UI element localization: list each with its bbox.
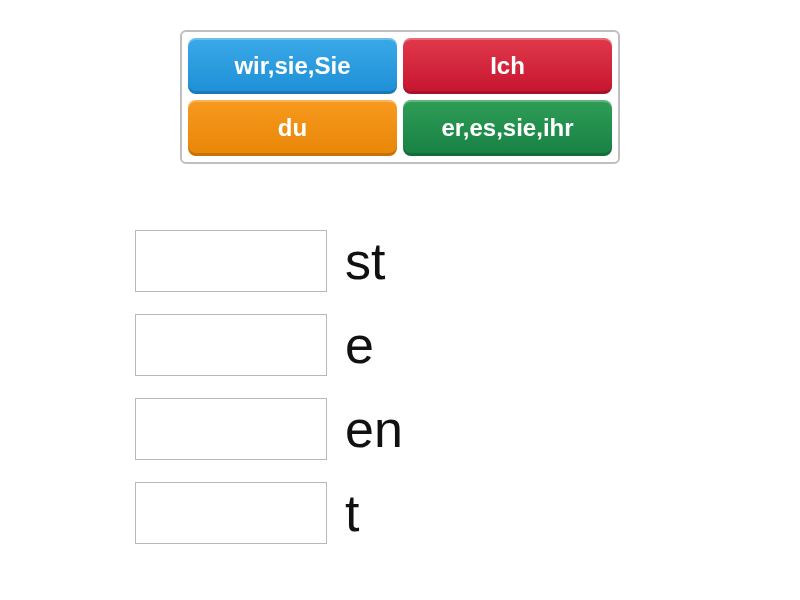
ending-label: st bbox=[345, 235, 385, 287]
drop-slot-e[interactable] bbox=[135, 314, 327, 376]
exercise-stage: wir,sie,Sie Ich du er,es,sie,ihr st e en… bbox=[0, 0, 800, 600]
tile-wir-sie-Sie[interactable]: wir,sie,Sie bbox=[188, 38, 397, 94]
tile-tray: wir,sie,Sie Ich du er,es,sie,ihr bbox=[180, 30, 620, 164]
tile-du[interactable]: du bbox=[188, 100, 397, 156]
tile-ich[interactable]: Ich bbox=[403, 38, 612, 94]
answer-row: t bbox=[135, 482, 403, 544]
drop-slot-en[interactable] bbox=[135, 398, 327, 460]
tile-er-es-sie-ihr[interactable]: er,es,sie,ihr bbox=[403, 100, 612, 156]
answer-row: e bbox=[135, 314, 403, 376]
answer-rows: st e en t bbox=[135, 230, 403, 566]
drop-slot-t[interactable] bbox=[135, 482, 327, 544]
answer-row: st bbox=[135, 230, 403, 292]
drop-slot-st[interactable] bbox=[135, 230, 327, 292]
ending-label: en bbox=[345, 403, 403, 455]
ending-label: e bbox=[345, 319, 374, 371]
ending-label: t bbox=[345, 487, 359, 539]
answer-row: en bbox=[135, 398, 403, 460]
